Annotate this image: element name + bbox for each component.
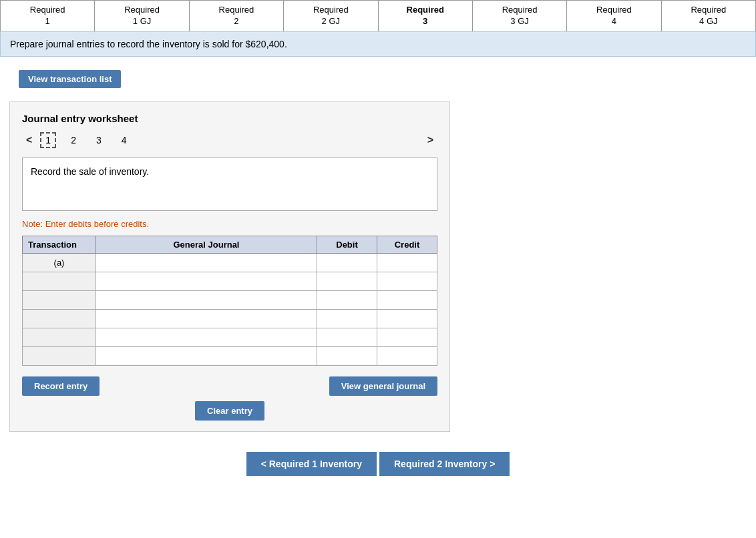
tab-required-4[interactable]: Required 4 (567, 1, 661, 31)
tab-next-arrow[interactable]: > (423, 133, 437, 148)
table-row (23, 290, 437, 309)
debit-cell-2[interactable] (317, 272, 377, 290)
general-journal-input-1[interactable] (100, 258, 313, 268)
general-journal-input-3[interactable] (100, 295, 313, 305)
credit-cell-5[interactable] (377, 328, 437, 346)
tab-required-2[interactable]: Required 2 (190, 1, 284, 31)
credit-input-5[interactable] (381, 332, 433, 342)
description-text: Record the sale of inventory. (31, 166, 149, 177)
general-journal-input-6[interactable] (100, 351, 313, 361)
transaction-cell-6 (23, 346, 96, 365)
table-row: (a) (23, 253, 437, 272)
next-required-button[interactable]: Required 2 Inventory > (379, 452, 510, 476)
tab-4[interactable]: 4 (116, 132, 132, 148)
credit-cell-4[interactable] (377, 309, 437, 328)
table-row (23, 346, 437, 365)
clear-entry-button[interactable]: Clear entry (195, 401, 264, 421)
transaction-cell-5 (23, 328, 96, 346)
credit-input-4[interactable] (381, 314, 433, 324)
debit-cell-5[interactable] (317, 328, 377, 346)
transaction-cell-2 (23, 272, 96, 290)
credit-input-1[interactable] (381, 258, 433, 268)
view-transaction-button[interactable]: View transaction list (19, 70, 121, 88)
debit-input-3[interactable] (321, 295, 373, 305)
credit-cell-6[interactable] (377, 346, 437, 365)
instruction-banner: Prepare journal entries to record the in… (0, 31, 756, 57)
credit-input-2[interactable] (381, 276, 433, 286)
transaction-cell-3 (23, 290, 96, 309)
debit-input-6[interactable] (321, 351, 373, 361)
top-tabs: Required 1 Required 1 GJ Required 2 Requ… (0, 0, 756, 31)
general-journal-cell-1[interactable] (96, 253, 317, 272)
tab-nav-items: 1 2 3 4 (36, 132, 423, 148)
th-transaction: Transaction (23, 236, 96, 253)
debit-input-2[interactable] (321, 276, 373, 286)
general-journal-cell-6[interactable] (96, 346, 317, 365)
credit-cell-1[interactable] (377, 253, 437, 272)
general-journal-input-2[interactable] (100, 276, 313, 286)
debit-cell-4[interactable] (317, 309, 377, 328)
general-journal-input-5[interactable] (100, 332, 313, 342)
debit-input-1[interactable] (321, 258, 373, 268)
credit-cell-3[interactable] (377, 290, 437, 309)
instruction-text: Prepare journal entries to record the in… (10, 39, 287, 49)
table-row (23, 328, 437, 346)
table-row (23, 309, 437, 328)
general-journal-cell-4[interactable] (96, 309, 317, 328)
button-row-1: Record entry View general journal (22, 376, 437, 396)
tab-1[interactable]: 1 (40, 132, 56, 148)
credit-cell-2[interactable] (377, 272, 437, 290)
worksheet-title: Journal entry worksheet (22, 113, 437, 124)
tab-required-3gj[interactable]: Required 3 GJ (473, 1, 567, 31)
credit-input-6[interactable] (381, 351, 433, 361)
worksheet-container: Journal entry worksheet < 1 2 3 4 > Reco… (9, 101, 450, 432)
credit-input-3[interactable] (381, 295, 433, 305)
debit-cell-6[interactable] (317, 346, 377, 365)
view-transaction-area: View transaction list (9, 63, 747, 95)
th-credit: Credit (377, 236, 437, 253)
journal-table: Transaction General Journal Debit Credit… (22, 236, 437, 366)
note-text: Note: Enter debits before credits. (22, 219, 437, 229)
th-general-journal: General Journal (96, 236, 317, 253)
tab-2[interactable]: 2 (65, 132, 81, 148)
debit-cell-1[interactable] (317, 253, 377, 272)
tab-required-1[interactable]: Required 1 (1, 1, 95, 31)
debit-cell-3[interactable] (317, 290, 377, 309)
general-journal-cell-2[interactable] (96, 272, 317, 290)
record-entry-button[interactable]: Record entry (22, 376, 100, 396)
debit-input-5[interactable] (321, 332, 373, 342)
transaction-cell-4 (23, 309, 96, 328)
table-row (23, 272, 437, 290)
tab-required-1gj[interactable]: Required 1 GJ (95, 1, 189, 31)
view-general-journal-button[interactable]: View general journal (329, 376, 437, 396)
tab-required-4gj[interactable]: Required 4 GJ (662, 1, 755, 31)
prev-required-button[interactable]: < Required 1 Inventory (246, 452, 377, 476)
general-journal-cell-5[interactable] (96, 328, 317, 346)
page-wrapper: Required 1 Required 1 GJ Required 2 Requ… (0, 0, 756, 476)
tab-3[interactable]: 3 (91, 132, 107, 148)
tab-required-3[interactable]: Required 3 (379, 1, 473, 31)
button-row-2: Clear entry (22, 401, 437, 421)
transaction-cell-1: (a) (23, 253, 96, 272)
description-box: Record the sale of inventory. (22, 158, 437, 211)
bottom-nav: < Required 1 Inventory Required 2 Invent… (0, 452, 756, 476)
general-journal-input-4[interactable] (100, 314, 313, 324)
debit-input-4[interactable] (321, 314, 373, 324)
tab-nav: < 1 2 3 4 > (22, 132, 437, 148)
tab-prev-arrow[interactable]: < (22, 133, 36, 148)
tab-required-2gj[interactable]: Required 2 GJ (284, 1, 378, 31)
general-journal-cell-3[interactable] (96, 290, 317, 309)
th-debit: Debit (317, 236, 377, 253)
